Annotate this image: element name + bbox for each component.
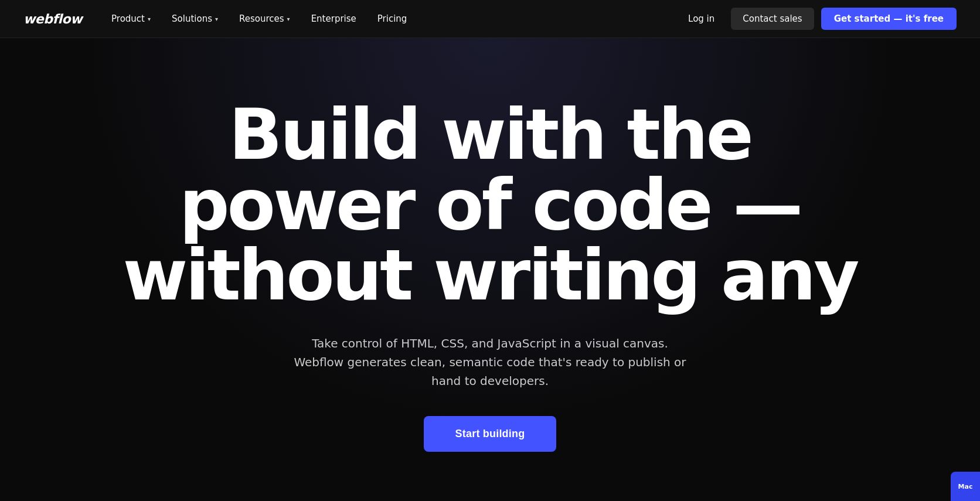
hero-subtitle: Take control of HTML, CSS, and JavaScrip… xyxy=(291,334,689,390)
nav-right: Log in Contact sales Get started — it's … xyxy=(679,8,957,30)
nav-item-product[interactable]: Product ▾ xyxy=(103,9,159,29)
mac-badge: Mac xyxy=(951,472,980,501)
get-started-button[interactable]: Get started — it's free xyxy=(821,8,957,30)
logo[interactable]: webflow xyxy=(23,12,82,26)
nav-left: webflow Product ▾ Solutions ▾ Resources … xyxy=(23,9,415,29)
chevron-down-icon: ▾ xyxy=(215,16,218,22)
navbar: webflow Product ▾ Solutions ▾ Resources … xyxy=(0,0,980,38)
chevron-down-icon: ▾ xyxy=(287,16,290,22)
nav-item-solutions[interactable]: Solutions ▾ xyxy=(164,9,226,29)
nav-item-enterprise[interactable]: Enterprise xyxy=(303,9,365,29)
start-building-button[interactable]: Start building xyxy=(424,416,557,452)
hero-section: Build with the power of code — without w… xyxy=(0,38,980,501)
nav-links: Product ▾ Solutions ▾ Resources ▾ Enterp… xyxy=(103,9,415,29)
chevron-down-icon: ▾ xyxy=(148,16,151,22)
hero-title: Build with the power of code — without w… xyxy=(109,100,871,311)
contact-sales-button[interactable]: Contact sales xyxy=(731,8,814,30)
nav-item-pricing[interactable]: Pricing xyxy=(369,9,416,29)
login-button[interactable]: Log in xyxy=(679,9,724,29)
nav-item-resources[interactable]: Resources ▾ xyxy=(231,9,298,29)
